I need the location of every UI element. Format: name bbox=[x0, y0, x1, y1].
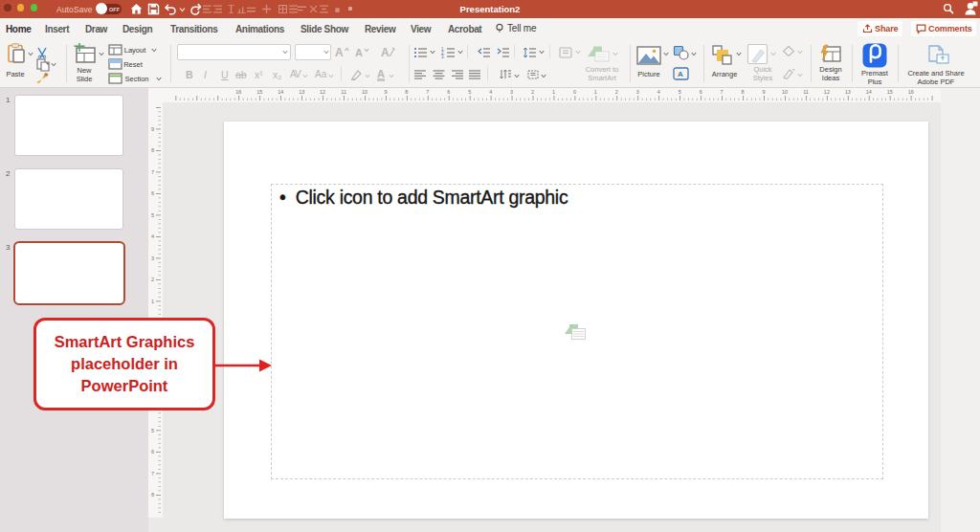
svg-text:2: 2 bbox=[151, 277, 154, 282]
svg-text:12: 12 bbox=[824, 89, 830, 95]
svg-text:11: 11 bbox=[803, 89, 809, 95]
svg-text:9: 9 bbox=[384, 89, 387, 95]
svg-text:13: 13 bbox=[845, 89, 851, 95]
svg-text:6: 6 bbox=[151, 449, 154, 454]
svg-text:7: 7 bbox=[151, 471, 154, 477]
svg-text:1: 1 bbox=[552, 89, 555, 95]
svg-text:8: 8 bbox=[405, 89, 408, 95]
svg-text:A: A bbox=[335, 46, 344, 58]
svg-text:9: 9 bbox=[762, 89, 765, 95]
svg-text:7: 7 bbox=[721, 89, 724, 95]
svg-text:7: 7 bbox=[151, 169, 154, 175]
svg-text:7: 7 bbox=[426, 89, 429, 95]
svg-text:10: 10 bbox=[782, 89, 788, 95]
svg-text:5: 5 bbox=[151, 428, 154, 433]
svg-text:1: 1 bbox=[594, 89, 597, 95]
svg-text:5: 5 bbox=[151, 212, 154, 218]
svg-text:6: 6 bbox=[447, 89, 450, 95]
svg-text:16: 16 bbox=[908, 89, 914, 95]
svg-text:A: A bbox=[678, 70, 683, 78]
svg-text:4: 4 bbox=[657, 89, 660, 95]
svg-text:14: 14 bbox=[866, 89, 872, 95]
svg-text:A: A bbox=[381, 46, 390, 58]
svg-text:6: 6 bbox=[700, 89, 702, 95]
svg-text:14: 14 bbox=[278, 89, 283, 95]
svg-text:A: A bbox=[355, 47, 363, 58]
svg-text:3: 3 bbox=[636, 89, 639, 95]
svg-text:4: 4 bbox=[151, 233, 154, 239]
svg-text:2: 2 bbox=[531, 89, 534, 95]
svg-text:15: 15 bbox=[887, 89, 893, 95]
svg-text:13: 13 bbox=[299, 89, 304, 95]
svg-text:15: 15 bbox=[256, 89, 262, 95]
svg-text:5: 5 bbox=[679, 89, 681, 95]
svg-text:8: 8 bbox=[742, 89, 745, 95]
svg-text:5: 5 bbox=[468, 89, 471, 95]
svg-text:9: 9 bbox=[151, 126, 154, 132]
svg-text:3: 3 bbox=[510, 89, 513, 95]
svg-text:6: 6 bbox=[151, 190, 154, 196]
svg-text:12: 12 bbox=[320, 89, 325, 95]
svg-text:4: 4 bbox=[489, 89, 492, 95]
svg-text:11: 11 bbox=[341, 89, 346, 95]
svg-text:1: 1 bbox=[151, 299, 154, 304]
svg-text:0: 0 bbox=[573, 89, 576, 95]
svg-text:8: 8 bbox=[151, 147, 154, 153]
svg-text:3: 3 bbox=[151, 255, 154, 261]
svg-text:2: 2 bbox=[615, 89, 618, 95]
svg-text:3.: 3. bbox=[441, 55, 445, 58]
svg-text:10: 10 bbox=[362, 89, 368, 95]
svg-text:8: 8 bbox=[151, 492, 154, 498]
svg-text:16: 16 bbox=[235, 89, 241, 95]
